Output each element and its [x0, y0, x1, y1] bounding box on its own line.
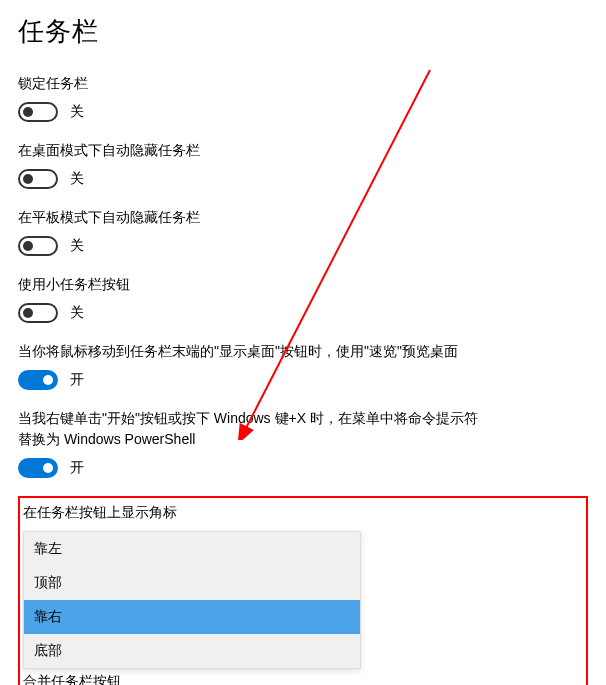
setting-label: 使用小任务栏按钮: [18, 274, 588, 295]
toggle-state-label: 关: [70, 304, 84, 322]
toggle-auto-hide-desktop[interactable]: [18, 169, 58, 189]
toggle-peek-preview[interactable]: [18, 370, 58, 390]
setting-small-buttons: 使用小任务栏按钮 关: [18, 274, 588, 323]
setting-label: 当我右键单击"开始"按钮或按下 Windows 键+X 时，在菜单中将命令提示符…: [18, 408, 488, 450]
setting-peek-preview: 当你将鼠标移动到任务栏末端的"显示桌面"按钮时，使用"速览"预览桌面 开: [18, 341, 588, 390]
toggle-state-label: 关: [70, 237, 84, 255]
setting-label: 锁定任务栏: [18, 73, 588, 94]
toggle-state-label: 关: [70, 103, 84, 121]
setting-label: 在桌面模式下自动隐藏任务栏: [18, 140, 588, 161]
setting-auto-hide-tablet: 在平板模式下自动隐藏任务栏 关: [18, 207, 588, 256]
setting-label: 在平板模式下自动隐藏任务栏: [18, 207, 588, 228]
dropdown-option-right[interactable]: 靠右: [24, 600, 360, 634]
page-title: 任务栏: [18, 14, 588, 49]
annotation-highlight-box: 在任务栏按钮上显示角标 靠左 顶部 靠右 底部 合并任务栏按钮: [18, 496, 588, 685]
setting-powershell-replace: 当我右键单击"开始"按钮或按下 Windows 键+X 时，在菜单中将命令提示符…: [18, 408, 588, 478]
toggle-powershell-replace[interactable]: [18, 458, 58, 478]
toggle-state-label: 开: [70, 371, 84, 389]
dropdown-option-top[interactable]: 顶部: [24, 566, 360, 600]
setting-lock-taskbar: 锁定任务栏 关: [18, 73, 588, 122]
setting-auto-hide-desktop: 在桌面模式下自动隐藏任务栏 关: [18, 140, 588, 189]
partial-hidden-label: 合并任务栏按钮: [23, 673, 583, 685]
dropdown-position-open: 靠左 顶部 靠右 底部: [23, 531, 361, 669]
toggle-state-label: 开: [70, 459, 84, 477]
setting-label-badge: 在任务栏按钮上显示角标: [23, 502, 583, 523]
toggle-lock-taskbar[interactable]: [18, 102, 58, 122]
dropdown-option-bottom[interactable]: 底部: [24, 634, 360, 668]
toggle-auto-hide-tablet[interactable]: [18, 236, 58, 256]
dropdown-option-left[interactable]: 靠左: [24, 532, 360, 566]
toggle-small-buttons[interactable]: [18, 303, 58, 323]
setting-label: 当你将鼠标移动到任务栏末端的"显示桌面"按钮时，使用"速览"预览桌面: [18, 341, 488, 362]
toggle-state-label: 关: [70, 170, 84, 188]
